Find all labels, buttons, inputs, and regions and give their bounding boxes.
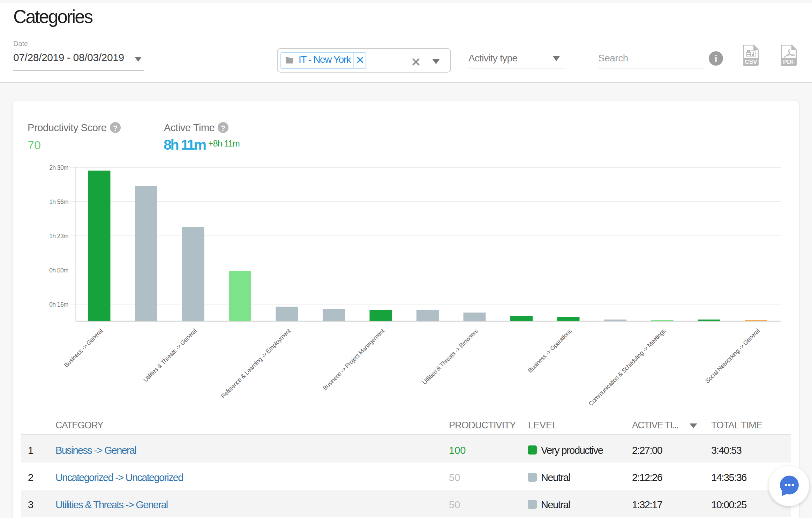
svg-text:PDF: PDF <box>783 59 795 65</box>
svg-text:Business -> Project Management: Business -> Project Management <box>321 327 386 392</box>
svg-text:Utilities & Threats -> Browser: Utilities & Threats -> Browsers <box>421 327 480 386</box>
svg-text:2h 30m: 2h 30m <box>49 164 68 171</box>
svg-text:Utilities & Threats -> General: Utilities & Threats -> General <box>142 328 198 383</box>
svg-text:Business -> General: Business -> General <box>63 328 104 369</box>
svg-text:0h 16m: 0h 16m <box>49 301 68 308</box>
svg-text:Communication & Scheduling ->: Communication & Scheduling -> Meetings <box>587 327 667 407</box>
svg-text:CSV: CSV <box>745 59 758 65</box>
svg-text:Reference & Learning -> Employ: Reference & Learning -> Employment <box>219 327 292 400</box>
svg-text:Business -> Operations: Business -> Operations <box>527 327 573 374</box>
svg-text:0h 50m: 0h 50m <box>49 267 68 274</box>
svg-text:1h 56m: 1h 56m <box>49 198 68 205</box>
svg-text:1h 23m: 1h 23m <box>49 233 68 240</box>
svg-text:Social Networking -> General: Social Networking -> General <box>704 328 761 385</box>
